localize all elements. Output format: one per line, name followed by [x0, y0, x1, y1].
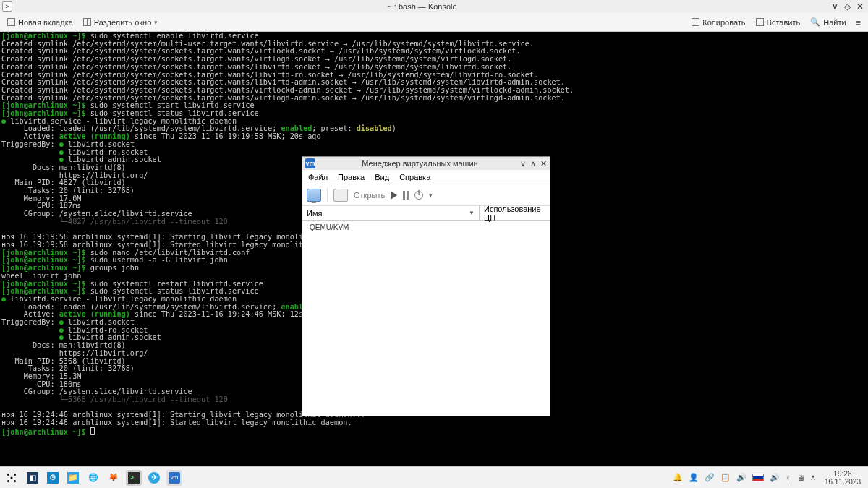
paste-label: Вставить — [767, 18, 801, 27]
column-name[interactable]: Имя ▼ — [302, 206, 480, 220]
hamburger-button[interactable]: ≡ — [854, 17, 864, 28]
virt-manager-menubar: Файл Правка Вид Справка — [302, 170, 550, 184]
tray-volume-icon[interactable]: 🔊 — [736, 473, 746, 482]
vm-list-body[interactable]: QEMU/KVM — [302, 221, 550, 234]
vm-maximize-button[interactable]: ∧ — [530, 159, 536, 168]
taskbar-firefox-button[interactable]: 🦊 — [106, 470, 122, 486]
tray-notifications-icon[interactable]: 🔔 — [673, 473, 683, 482]
folder-icon: 📁 — [67, 472, 79, 484]
copy-icon — [692, 18, 699, 26]
tray-display-icon[interactable]: 🖥 — [796, 474, 804, 482]
system-tray: 🔔 👤 🔗 📋 🔊 🔊 ᚼ 🖥 ∧ 19:26 16.11.2023 — [673, 470, 864, 486]
search-icon: 🔍 — [810, 17, 820, 27]
column-name-label: Имя — [307, 209, 322, 218]
new-vm-button[interactable] — [307, 189, 321, 202]
taskbar-files-button[interactable]: 📁 — [65, 470, 81, 486]
svg-point-2 — [7, 480, 9, 482]
virt-manager-window: vm Менеджер виртуальных машин ∨ ∧ ✕ Файл… — [302, 156, 550, 416]
sort-indicator-icon: ▼ — [469, 210, 475, 216]
tray-keyboard-layout-icon[interactable] — [752, 474, 764, 481]
settings-icon: ⚙ — [47, 472, 59, 484]
vm-connection-row[interactable]: QEMU/KVM — [310, 223, 542, 231]
clock-time: 19:26 — [825, 470, 861, 478]
paste-icon — [756, 18, 764, 26]
taskbar-chromium-button[interactable]: 🌐 — [85, 470, 101, 486]
taskbar-desktop-button[interactable]: ◧ — [25, 470, 41, 486]
power-dropdown-icon[interactable]: ▾ — [429, 192, 433, 199]
split-label: Разделить окно — [94, 18, 151, 27]
open-label: Открыть — [354, 191, 385, 200]
hamburger-icon: ≡ — [856, 18, 861, 27]
taskbar-konsole-button[interactable]: >_ — [126, 470, 142, 486]
firefox-icon: 🦊 — [108, 472, 119, 484]
kde-logo-icon — [5, 471, 18, 484]
open-vm-button[interactable] — [333, 189, 348, 202]
clock-date: 16.11.2023 — [825, 478, 861, 486]
new-tab-label: Новая вкладка — [18, 18, 73, 27]
play-button[interactable] — [391, 191, 397, 200]
konsole-titlebar: > ~ : bash — Konsole ∨ ◇ ✕ — [0, 0, 868, 13]
chromium-icon: 🌐 — [88, 472, 99, 484]
konsole-icon: >_ — [128, 472, 140, 484]
menu-file[interactable]: Файл — [308, 173, 328, 181]
svg-point-3 — [14, 480, 16, 482]
taskbar-virtmanager-button[interactable]: vm — [166, 470, 182, 486]
konsole-minimize-button[interactable]: ∨ — [832, 1, 838, 12]
new-tab-button[interactable]: Новая вкладка — [4, 17, 76, 28]
virt-manager-toolbar: Открыть ▾ — [302, 184, 550, 206]
konsole-app-icon: > — [2, 1, 12, 12]
konsole-toolbar: Новая вкладка Разделить окно ▾ Копироват… — [0, 13, 868, 32]
menu-help[interactable]: Справка — [399, 173, 430, 181]
vm-minimize-button[interactable]: ∨ — [520, 159, 526, 168]
desktop-icon: ◧ — [27, 472, 38, 484]
konsole-maximize-button[interactable]: ◇ — [844, 1, 851, 12]
virtmanager-icon: vm — [169, 472, 180, 484]
pause-button[interactable] — [403, 191, 409, 200]
find-label: Найти — [823, 18, 846, 27]
vm-list-headers: Имя ▼ Использование ЦП — [302, 206, 550, 221]
power-button[interactable] — [414, 191, 423, 200]
virt-manager-icon: vm — [305, 158, 315, 168]
virt-manager-titlebar[interactable]: vm Менеджер виртуальных машин ∨ ∧ ✕ — [302, 157, 550, 170]
start-button[interactable] — [3, 469, 20, 487]
column-cpu-label: Использование ЦП — [484, 205, 545, 222]
column-cpu[interactable]: Использование ЦП — [480, 206, 550, 220]
tray-bluetooth-icon[interactable]: ᚼ — [786, 474, 791, 482]
konsole-close-button[interactable]: ✕ — [856, 1, 864, 12]
tray-kde-connect-icon[interactable]: 🔗 — [705, 473, 715, 482]
tray-clipboard-icon[interactable]: 📋 — [720, 473, 731, 482]
telegram-icon: ✈ — [148, 472, 160, 484]
svg-point-4 — [11, 476, 13, 479]
copy-button[interactable]: Копировать — [689, 17, 748, 28]
tray-clock[interactable]: 19:26 16.11.2023 — [822, 470, 864, 486]
svg-point-0 — [7, 474, 9, 476]
taskbar: ◧ ⚙ 📁 🌐 🦊 >_ ✈ vm 🔔 👤 🔗 📋 🔊 🔊 ᚼ 🖥 ∧ 19:2… — [0, 466, 868, 488]
tray-expand-icon[interactable]: ∧ — [810, 473, 816, 482]
terminal-cursor — [90, 427, 95, 435]
taskbar-telegram-button[interactable]: ✈ — [146, 470, 162, 486]
konsole-title: ~ : bash — Konsole — [12, 2, 832, 11]
taskbar-settings-button[interactable]: ⚙ — [45, 470, 61, 486]
menu-view[interactable]: Вид — [375, 173, 389, 181]
copy-label: Копировать — [702, 18, 745, 27]
new-tab-icon — [7, 18, 15, 26]
split-view-button[interactable]: Разделить окно ▾ — [80, 17, 161, 28]
tray-user-icon[interactable]: 👤 — [689, 473, 699, 482]
split-icon — [83, 18, 91, 26]
svg-point-1 — [14, 474, 16, 476]
menu-edit[interactable]: Правка — [338, 173, 365, 181]
find-button[interactable]: 🔍 Найти — [807, 16, 848, 28]
tray-volume2-icon[interactable]: 🔊 — [770, 473, 780, 482]
vm-close-button[interactable]: ✕ — [540, 159, 547, 168]
virt-manager-title: Менеджер виртуальных машин — [320, 159, 520, 168]
chevron-down-icon: ▾ — [154, 19, 158, 26]
paste-button[interactable]: Вставить — [753, 17, 804, 28]
